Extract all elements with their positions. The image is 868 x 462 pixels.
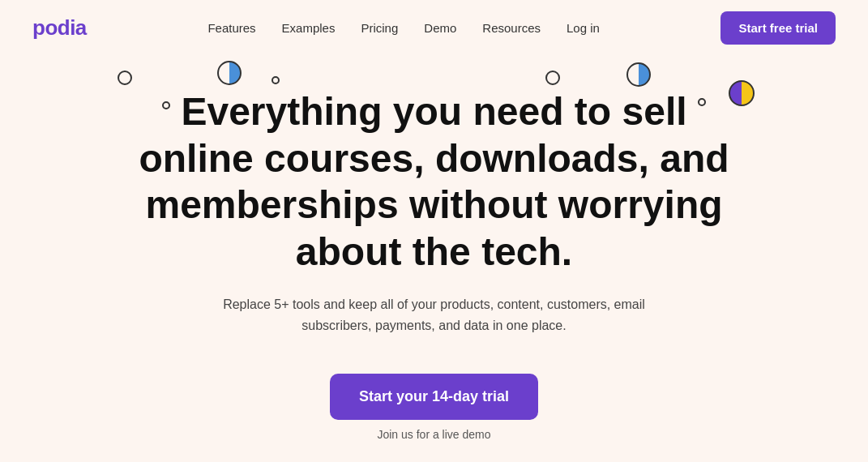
header: podia Features Examples Pricing Demo Res… xyxy=(0,0,868,56)
hero-heading: Everything you need to sell online cours… xyxy=(135,88,734,275)
main-nav: Features Examples Pricing Demo Resources… xyxy=(207,21,600,35)
logo[interactable]: podia xyxy=(32,15,87,41)
cta-area: Start your 14-day trial Join us for a li… xyxy=(16,374,852,441)
decor-circle-1 xyxy=(118,71,132,85)
start-free-trial-button[interactable]: Start free trial xyxy=(720,11,836,45)
hero-subheading: Replace 5+ tools and keep all of your pr… xyxy=(207,294,661,336)
nav-demo[interactable]: Demo xyxy=(424,21,456,35)
decor-half-blue-right xyxy=(626,62,651,87)
nav-examples[interactable]: Examples xyxy=(282,21,336,35)
nav-pricing[interactable]: Pricing xyxy=(361,21,398,35)
nav-resources[interactable]: Resources xyxy=(482,21,541,35)
nav-features[interactable]: Features xyxy=(207,21,255,35)
start-trial-hero-button[interactable]: Start your 14-day trial xyxy=(330,374,538,420)
decor-half-blue-left xyxy=(217,61,242,85)
nav-login[interactable]: Log in xyxy=(567,21,600,35)
hero-section: Everything you need to sell online cours… xyxy=(0,56,868,457)
live-demo-link[interactable]: Join us for a live demo xyxy=(377,428,490,441)
decor-circle-2 xyxy=(272,76,280,84)
decor-circle-4 xyxy=(545,71,560,85)
